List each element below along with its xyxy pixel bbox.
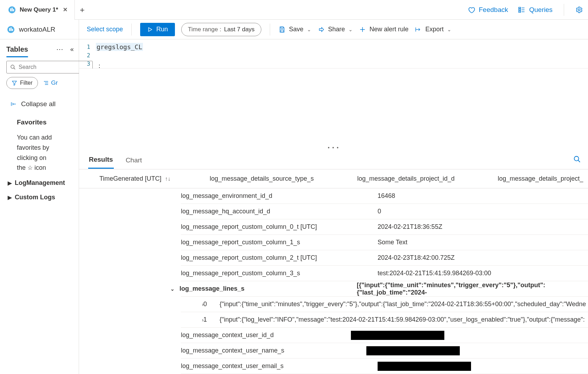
column-project-id[interactable]: log_message_details_project_id_d <box>357 175 498 182</box>
svg-rect-14 <box>12 29 13 31</box>
export-label: Export <box>425 26 444 33</box>
new-alert-button[interactable]: New alert rule <box>359 26 409 33</box>
kv-value: 16468 <box>378 192 395 200</box>
kv-value-redacted <box>378 331 444 340</box>
kv-row[interactable]: log_message_context_user_id_d <box>181 328 588 343</box>
nested-value: {"input":{"log_level":"INFO","message":"… <box>220 316 585 323</box>
kv-row[interactable]: log_message_context_user_email_s <box>181 359 588 374</box>
new-tab-button[interactable]: ＋ <box>75 5 90 15</box>
kv-value: Some Text <box>378 239 407 246</box>
time-range-button[interactable]: Time range : Last 7 days <box>181 23 261 36</box>
tree-item-logmanagement[interactable]: ▶ LogManagement <box>0 176 79 190</box>
results-search-button[interactable] <box>573 155 581 165</box>
kv-value: 2024-02-21T18:36:55Z <box>378 223 442 231</box>
settings-button[interactable] <box>575 6 583 14</box>
nested-value: {"input":{"time_unit":"minutes","trigger… <box>220 301 586 308</box>
time-range-value: Last 7 days <box>224 26 255 33</box>
favorites-hint: You can add favorites by clicking on the… <box>0 130 79 176</box>
queries-label: Queries <box>529 6 553 14</box>
share-button[interactable]: Share ⌄ <box>318 26 353 33</box>
kv-row[interactable]: log_message_report_custom_column_1_s Som… <box>181 235 588 250</box>
kv-key-lines: ⌄ log_message_lines_s <box>181 285 357 292</box>
kv-row[interactable]: log_message_report_custom_column_2_t [UT… <box>181 250 588 266</box>
svg-rect-5 <box>519 9 521 11</box>
column-timegenerated[interactable]: TimeGenerated [UTC] ↑↓ <box>87 175 210 182</box>
kv-value-redacted <box>378 346 460 355</box>
kv-key: log_message_report_custom_column_2_t [UT… <box>181 254 378 262</box>
heart-icon <box>468 6 475 14</box>
query-toolbar: Select scope Run Time range : Last 7 day… <box>79 20 588 39</box>
scope-selector[interactable]: workatoALR <box>0 20 79 39</box>
svg-point-10 <box>578 9 580 11</box>
column-source-type[interactable]: log_message_details_source_type_s <box>210 175 357 182</box>
export-button[interactable]: Export ⌄ <box>415 26 451 33</box>
sidebar: workatoALR Tables ⋯ « ⋮ Filter <box>0 20 79 374</box>
results-pane: Results Chart TimeGenerated [UTC] ↑↓ log… <box>79 151 588 374</box>
kv-row-expandable[interactable]: ⌄ log_message_lines_s [{"input":{"time_u… <box>181 281 588 297</box>
search-icon <box>10 64 16 70</box>
svg-rect-3 <box>13 9 14 11</box>
resize-handle[interactable]: • • • <box>79 144 588 151</box>
svg-rect-12 <box>9 28 10 31</box>
filter-icon <box>12 80 17 86</box>
tab-results[interactable]: Results <box>88 151 114 169</box>
plus-icon <box>359 26 366 33</box>
code-line: gregslogs_CL <box>96 43 143 51</box>
kv-value-lines: [{"input":{"time_unit":"minutes","trigge… <box>357 282 588 296</box>
favorites-heading: Favorites <box>0 111 79 130</box>
queries-button[interactable]: Queries <box>518 6 553 14</box>
kv-row[interactable]: log_message_environment_id_d 16468 <box>181 188 588 204</box>
tab-chart[interactable]: Chart <box>125 152 143 168</box>
scope-name: workatoALR <box>19 26 55 33</box>
kv-row[interactable]: log_message_report_custom_column_3_s tes… <box>181 266 588 281</box>
group-icon <box>43 80 49 86</box>
query-tab[interactable]: New Query 1* ✕ <box>0 0 75 20</box>
save-icon <box>279 26 286 33</box>
kv-value: 0 <box>378 208 381 215</box>
feedback-button[interactable]: Feedback <box>468 6 508 14</box>
kv-key: log_message_environment_id_d <box>181 192 378 200</box>
share-label: Share <box>328 26 345 33</box>
editor-whitespace <box>79 69 588 144</box>
separator <box>564 4 564 16</box>
kv-key: log_message_report_custom_column_0_t [UT… <box>181 223 378 231</box>
sort-icon: ↑↓ <box>165 176 170 182</box>
kv-row[interactable]: log_message_report_custom_column_0_t [UT… <box>181 219 588 235</box>
svg-rect-24 <box>281 27 283 28</box>
collapse-all-button[interactable]: Collapse all <box>0 92 79 111</box>
group-label: Gr <box>51 79 58 86</box>
tree-item-customlogs[interactable]: ▶ Custom Logs <box>0 190 79 205</box>
queries-icon <box>518 6 525 14</box>
play-icon <box>147 27 153 32</box>
more-icon[interactable]: ⋯ <box>56 45 67 53</box>
kv-row[interactable]: log_message_context_user_name_s <box>181 343 588 359</box>
group-by-button[interactable]: Gr <box>43 79 58 86</box>
save-button[interactable]: Save ⌄ <box>279 26 311 33</box>
feedback-label: Feedback <box>479 6 508 14</box>
kv-value: test:2024-02-21T15:41:59.984269-03:00 <box>378 270 491 277</box>
filter-label: Filter <box>20 80 33 86</box>
code-editor[interactable]: 1 2 3 gregslogs_CL <box>79 39 588 69</box>
column-project[interactable]: log_message_details_project_ <box>498 175 588 182</box>
chevron-right-icon[interactable]: › <box>181 317 202 323</box>
run-button[interactable]: Run <box>140 23 175 36</box>
chevron-down-icon[interactable]: ⌄ <box>170 286 175 292</box>
close-icon[interactable]: ✕ <box>62 6 69 13</box>
log-analytics-icon <box>8 6 16 14</box>
save-label: Save <box>289 26 303 33</box>
log-analytics-icon <box>7 26 15 33</box>
collapse-sidebar-icon[interactable]: « <box>70 46 74 53</box>
nested-row[interactable]: › 1 {"input":{"log_level":"INFO","messag… <box>181 312 588 328</box>
select-scope-button[interactable]: Select scope <box>87 26 123 33</box>
search-input[interactable] <box>19 64 89 70</box>
svg-marker-23 <box>149 27 152 31</box>
time-range-label: Time range : <box>188 26 221 33</box>
svg-line-31 <box>578 160 580 162</box>
svg-rect-2 <box>12 8 13 11</box>
kv-row[interactable]: log_message_hq_account_id_d 0 <box>181 204 588 219</box>
nested-row[interactable]: › 0 {"input":{"time_unit":"minutes","tri… <box>181 297 588 312</box>
chevron-right-icon[interactable]: › <box>181 302 202 307</box>
separator <box>131 24 132 36</box>
kv-key: log_message_hq_account_id_d <box>181 208 378 215</box>
filter-button[interactable]: Filter <box>6 77 38 89</box>
